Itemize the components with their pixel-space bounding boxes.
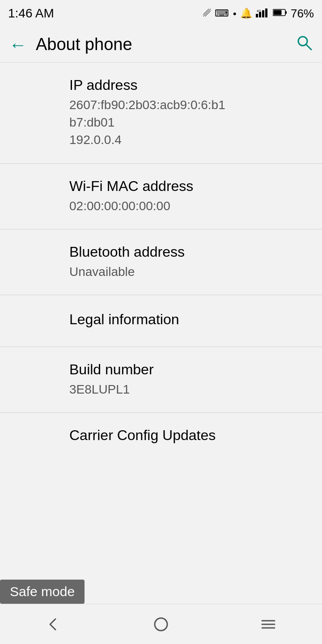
status-time: 1:46 AM [8,6,54,21]
svg-rect-1 [259,12,261,17]
svg-rect-6 [285,11,287,14]
svg-rect-3 [265,8,267,17]
battery-percentage: 76% [291,7,314,21]
bluetooth-address-item: Bluetooth address Unavailable [0,229,322,295]
image-icon: ⌨ [215,8,229,19]
nav-bar: ← About phone [0,27,322,63]
status-bar: 1:46 AM ␥ ⌨ ● 🔔 4G 76% [0,0,322,27]
svg-rect-0 [256,14,258,17]
ip-address-title: IP address [69,77,322,93]
wifi-mac-value: 02:00:00:00:00:00 [69,197,322,215]
svg-rect-2 [262,10,264,17]
bluetooth-address-value: Unavailable [69,263,322,280]
svg-text:4G: 4G [257,9,261,13]
bottom-nav [0,604,322,644]
notification-dot: ● [233,10,236,17]
svg-rect-7 [273,10,281,15]
svg-line-9 [306,44,311,50]
bluetooth-address-title: Bluetooth address [69,244,322,260]
back-button[interactable]: ← [9,36,27,54]
wifi-mac-item: Wi-Fi MAC address 02:00:00:00:00:00 [0,164,322,229]
legal-information-item[interactable]: Legal information [0,295,322,347]
safe-mode-badge: Safe mode [0,580,85,604]
signal-icon: 4G [256,8,269,20]
build-number-value: 3E8LUPL1 [69,381,322,398]
status-icons: ␥ ⌨ ● 🔔 4G 76% [203,7,314,21]
carrier-config-item[interactable]: Carrier Config Updates [0,413,322,473]
battery-icon [273,8,287,19]
content-area: IP address 2607:fb90:2b03:acb9:0:6:b1b7:… [0,63,322,473]
build-number-title: Build number [69,361,322,378]
home-nav-button[interactable] [143,606,179,642]
page-title: About phone [36,35,295,54]
legal-information-title: Legal information [69,311,322,328]
ip-address-value: 2607:fb90:2b03:acb9:0:6:b1b7:db01192.0.0… [69,96,322,149]
build-number-item: Build number 3E8LUPL1 [0,347,322,412]
menu-nav-button[interactable] [250,606,286,642]
carrier-config-title: Carrier Config Updates [69,427,322,444]
svg-point-10 [155,618,167,631]
search-button[interactable] [295,34,313,55]
wifi-mac-title: Wi-Fi MAC address [69,178,322,195]
back-nav-button[interactable] [36,606,72,642]
message-icon: ␥ [203,8,211,19]
ip-address-item: IP address 2607:fb90:2b03:acb9:0:6:b1b7:… [0,63,322,163]
mute-icon: 🔔 [240,8,252,19]
